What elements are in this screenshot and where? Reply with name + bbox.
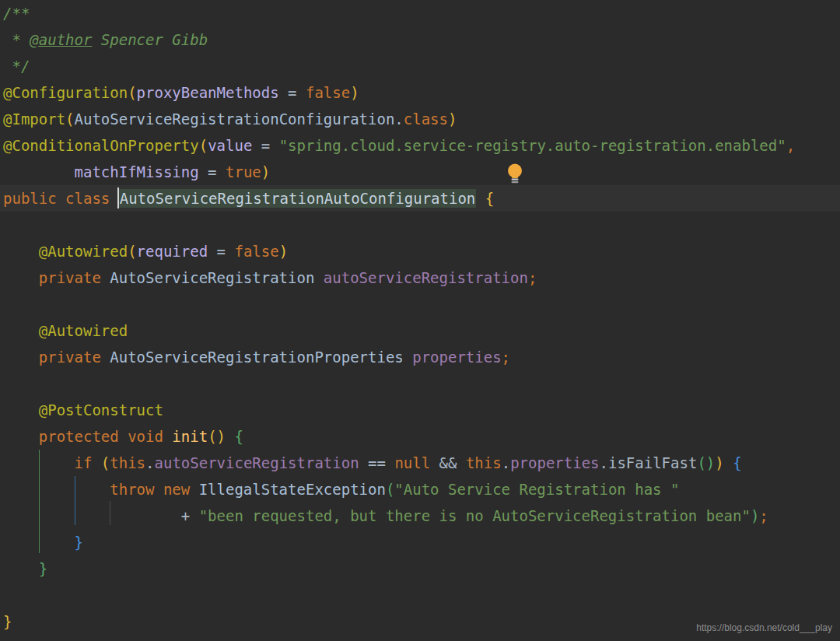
code-line[interactable]: private AutoServiceRegistrationPropertie… xyxy=(0,344,840,370)
code-line[interactable]: /** xyxy=(0,0,840,26)
code-line[interactable] xyxy=(0,291,840,317)
code-token: properties xyxy=(510,454,599,471)
code-token: ( xyxy=(386,481,394,498)
code-token: = xyxy=(208,243,234,260)
code-token: autoServiceRegistration xyxy=(324,269,528,286)
code-token: { xyxy=(733,454,741,471)
text-caret xyxy=(117,187,119,208)
code-token: , xyxy=(786,137,795,154)
code-token: class xyxy=(404,110,448,128)
code-token: ) xyxy=(715,454,723,471)
code-token: } xyxy=(39,560,47,577)
code-line[interactable]: matchIfMissing = true) xyxy=(0,159,840,185)
code-token: "been requested, but there is no AutoSer… xyxy=(199,507,751,524)
code-token: private xyxy=(39,349,110,366)
code-line[interactable]: @ConditionalOnProperty(value = "spring.c… xyxy=(0,132,840,159)
code-line[interactable]: if (this.autoServiceRegistration == null… xyxy=(0,450,840,476)
code-token: @author xyxy=(30,31,92,48)
code-token: matchIfMissing xyxy=(75,163,199,180)
code-token: { xyxy=(234,428,243,445)
code-line[interactable]: * @author Spencer Gibb xyxy=(0,26,840,53)
code-token: proxyBeanMethods xyxy=(137,84,279,101)
code-token: && xyxy=(430,454,466,471)
code-line[interactable]: } xyxy=(0,555,840,582)
code-token: == xyxy=(359,454,395,471)
code-line[interactable]: } xyxy=(0,529,840,555)
code-token: true xyxy=(226,163,261,180)
code-token xyxy=(3,507,181,524)
code-token: ; xyxy=(502,349,510,366)
code-token: . xyxy=(394,110,403,128)
indent-guide-level1 xyxy=(39,450,40,553)
code-line[interactable]: throw new IllegalStateException("Auto Se… xyxy=(0,476,840,503)
code-token: ( xyxy=(128,84,136,101)
code-token: isFailFast xyxy=(608,454,697,471)
code-token xyxy=(3,322,39,339)
code-token: throw new xyxy=(110,481,198,498)
code-token: AutoServiceRegistrationConfiguration xyxy=(75,110,395,128)
code-token: () xyxy=(208,428,226,445)
code-token xyxy=(3,269,39,286)
code-token: @ConditionalOnProperty xyxy=(3,137,199,154)
code-token: autoServiceRegistration xyxy=(155,454,359,471)
code-line[interactable]: */ xyxy=(0,53,840,79)
code-token: public class xyxy=(3,190,119,207)
code-token xyxy=(3,163,75,180)
code-line[interactable]: @Configuration(proxyBeanMethods = false) xyxy=(0,79,840,106)
code-token: /** xyxy=(3,5,30,22)
code-token: @Import xyxy=(3,110,65,128)
code-token: false xyxy=(306,84,350,101)
code-line[interactable]: protected void init() { xyxy=(0,423,840,450)
code-token: + xyxy=(181,507,199,524)
watermark: https://blog.csdn.net/cold___play xyxy=(696,622,832,633)
code-line[interactable] xyxy=(0,212,840,238)
code-token: AutoServiceRegistration xyxy=(110,269,324,286)
code-token: ; xyxy=(759,507,768,524)
code-line[interactable]: @PostConstruct xyxy=(0,397,840,423)
code-line[interactable]: @Import(AutoServiceRegistrationConfigura… xyxy=(0,106,840,132)
code-token: ( xyxy=(128,243,136,260)
code-token: AutoServiceRegistrationAutoConfiguration xyxy=(119,189,477,208)
code-token: IllegalStateException xyxy=(199,481,386,498)
code-line[interactable]: + "been requested, but there is no AutoS… xyxy=(0,503,840,529)
code-line[interactable]: private AutoServiceRegistration autoServ… xyxy=(0,264,840,291)
code-token: ( xyxy=(65,110,74,128)
code-token xyxy=(3,428,39,445)
code-token: = xyxy=(252,137,278,154)
code-token xyxy=(476,190,485,207)
code-token: private xyxy=(39,269,110,286)
code-token: . xyxy=(502,454,510,471)
code-token: = xyxy=(279,84,306,101)
code-token: * xyxy=(3,31,30,48)
code-token: "spring.cloud.service-registry.auto-regi… xyxy=(279,137,786,154)
code-line[interactable]: public class AutoServiceRegistrationAuto… xyxy=(0,185,840,212)
code-token: required xyxy=(137,243,208,260)
code-token: AutoServiceRegistrationProperties xyxy=(110,349,412,366)
code-token xyxy=(3,243,39,260)
code-token: () xyxy=(697,454,715,471)
indent-guide-level2 xyxy=(75,476,75,525)
code-token: false xyxy=(234,243,278,260)
code-token: @Autowired xyxy=(39,322,128,339)
code-token: } xyxy=(75,534,83,551)
code-token: "Auto Service Registration has " xyxy=(394,481,679,498)
code-token: null xyxy=(394,454,430,471)
code-token: @Autowired xyxy=(39,243,128,260)
code-token: ) xyxy=(751,507,759,524)
code-token: ( xyxy=(199,137,208,154)
intention-lightbulb-icon[interactable] xyxy=(506,163,523,184)
code-area[interactable]: /** * @author Spencer Gibb */@Configurat… xyxy=(0,0,840,635)
code-line[interactable]: @Autowired xyxy=(0,317,840,344)
code-token: . xyxy=(600,454,608,471)
code-token: ) xyxy=(448,110,457,128)
code-line[interactable] xyxy=(0,370,840,397)
code-line[interactable] xyxy=(0,582,840,608)
code-line[interactable]: @Autowired(required = false) xyxy=(0,238,840,264)
code-token xyxy=(3,481,110,498)
code-token: . xyxy=(145,454,154,471)
code-token xyxy=(3,401,39,419)
code-token: ) xyxy=(350,84,359,101)
indent-guide-level3 xyxy=(110,501,110,525)
code-token: ( xyxy=(101,454,110,471)
code-token: */ xyxy=(3,58,30,75)
